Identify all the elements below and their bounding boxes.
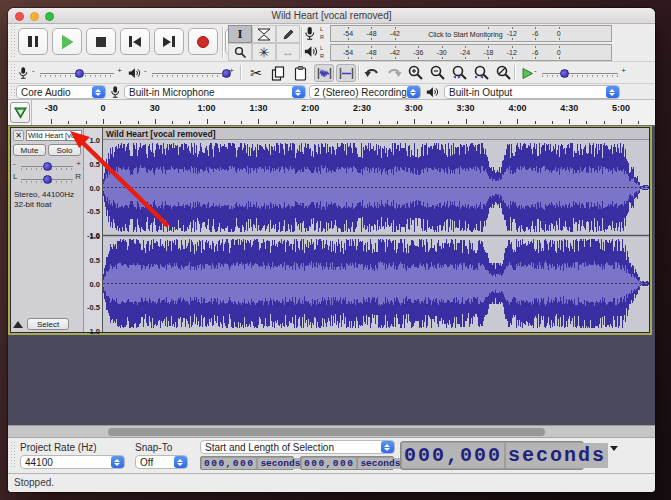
silence-audio-button[interactable] [336,64,356,82]
ruler-tick [431,121,432,124]
cut-button[interactable]: ✂ [246,64,266,82]
device-gripper[interactable] [11,86,15,97]
cut-icon: ✂ [250,66,262,80]
dropdown-chevron-icon [292,86,305,98]
input-volume-thumb[interactable] [75,69,84,78]
stop-button[interactable] [86,28,116,55]
meter-tick [465,57,466,59]
ruler-time-label: 2:00 [301,103,319,113]
ruler-tick [397,121,398,124]
meter-tick [512,27,513,29]
paste-button[interactable] [290,64,310,82]
plus-label: + [76,159,81,168]
meter-tick-label: -42 [390,30,400,37]
recording-channels-dropdown[interactable]: 2 (Stereo) Recording... [309,85,421,99]
selection-start-field[interactable]: 000,000 seconds [200,456,294,470]
draw-tool-button[interactable] [276,25,300,43]
gain-slider[interactable]: - + [13,159,81,172]
project-rate-dropdown[interactable]: 44100 [20,455,125,469]
close-track-button[interactable]: ✕ [13,130,24,141]
ruler-tick [207,119,208,124]
undo-button[interactable] [362,64,382,82]
track-format-info: Stereo, 44100Hz32-bit float [14,190,74,211]
play-button[interactable] [52,28,82,55]
pan-thumb[interactable] [43,175,52,184]
selection-gripper[interactable] [11,442,15,469]
selection-tool-button[interactable]: I [228,25,252,43]
zoom-out-button[interactable] [428,64,448,82]
solo-button[interactable]: Solo [48,144,81,156]
scrollbar-handle[interactable] [108,428,545,436]
redo-button[interactable] [384,64,404,82]
input-volume-slider[interactable]: - + [32,66,122,80]
zoom-tool-button[interactable] [228,43,252,61]
time-shift-tool-button[interactable]: ↔ [276,43,300,61]
selection-start-unit: seconds [258,458,302,469]
device-toolbar: Core Audio Built-in Microphone 2 (Stereo… [8,84,655,100]
copy-button[interactable] [268,64,288,82]
fit-project-button[interactable] [472,64,492,82]
recording-channels-value: 2 (Stereo) Recording... [310,87,407,98]
track-name-dropdown[interactable]: Wild Heart [vo [26,130,82,141]
audio-position-digits[interactable]: 000,000 [402,443,504,468]
timeline-ruler[interactable]: -300301:001:302:002:303:003:304:004:305:… [31,100,654,125]
meter-tick [559,27,560,29]
mute-button[interactable]: Mute [13,144,46,156]
zoom-in-button[interactable] [406,64,426,82]
skip-to-start-button[interactable] [120,28,150,55]
multi-tool-button[interactable]: ✳ [252,43,276,61]
horizontal-scrollbar[interactable] [8,425,655,438]
pinned-play-head-button[interactable] [10,102,30,123]
dropdown-chevron-icon [407,86,420,98]
trim-audio-icon [317,67,332,80]
meter-monitoring-hint[interactable]: Click to Start Monitoring [426,31,504,38]
selection-start-digits[interactable]: 000,000 [202,458,256,469]
ruler-tick [621,119,622,124]
playback-meter[interactable]: LR -54-48-42-36-30-24-18-12-60 [302,44,614,61]
recording-device-dropdown[interactable]: Built-in Microphone [124,85,306,99]
track-area[interactable]: ✕ Wild Heart [vo Mute Solo - [8,126,655,425]
selection-toolbar: Project Rate (Hz) 44100 Snap-To Off Star… [8,438,655,473]
collapse-track-button[interactable] [13,321,23,328]
envelope-tool-button[interactable] [252,25,276,43]
ruler-tick [276,121,277,124]
vertical-ruler[interactable]: 1.00.50.0-0.5-1.01.00.50.0-0.5-1.0 [84,128,103,332]
redo-icon [386,67,402,79]
record-button[interactable] [188,28,218,55]
copy-icon [271,66,285,81]
zoom-to-selection-button[interactable] [450,64,470,82]
pause-button[interactable] [18,28,48,55]
stereo-waveform[interactable] [103,140,649,332]
output-device-speaker-icon [426,86,439,98]
selection-mode-dropdown[interactable]: Start and Length of Selection [200,440,395,454]
trim-audio-button[interactable] [314,64,334,82]
selection-length-field[interactable]: 000,000 seconds [300,456,394,470]
gain-thumb[interactable] [43,162,52,171]
plus-label: + [117,66,122,75]
playback-device-dropdown[interactable]: Built-in Output [444,85,620,99]
skip-to-end-button[interactable] [154,28,184,55]
pan-slider[interactable]: L R [13,172,81,185]
meter-tick-label: -24 [460,49,470,56]
ruler-tick [552,121,553,124]
recording-meter[interactable]: LR -54-48-42-18-12-60Click to Start Moni… [302,25,614,42]
playback-meter-scale[interactable]: -54-48-42-36-30-24-18-12-60 [330,44,612,61]
ruler-tick [535,121,536,124]
recording-meter-scale[interactable]: -54-48-42-18-12-60Click to Start Monitor… [330,25,612,42]
recording-meter-channel-labels: LR [320,25,324,42]
select-track-button[interactable]: Select [27,318,69,330]
waveform-panel[interactable]: Wild Heart [vocal removed] [103,128,649,332]
audio-host-dropdown[interactable]: Core Audio [16,85,106,99]
snap-to-label: Snap-To [135,442,172,453]
output-volume-slider[interactable]: - + [144,66,234,80]
selection-length-digits[interactable]: 000,000 [302,458,356,469]
zoom-toggle-button[interactable] [494,64,514,82]
snap-to-dropdown[interactable]: Off [135,455,188,469]
transport-gripper[interactable] [11,26,15,59]
meter-tick-label: 0 [557,30,561,37]
dropdown-chevron-icon [174,456,187,468]
playback-speed-slider[interactable]: - + [534,66,626,80]
audio-position-field[interactable]: 000,000 seconds [400,441,584,470]
mixer-gripper[interactable] [11,64,15,81]
field-caret-icon[interactable] [610,446,618,451]
